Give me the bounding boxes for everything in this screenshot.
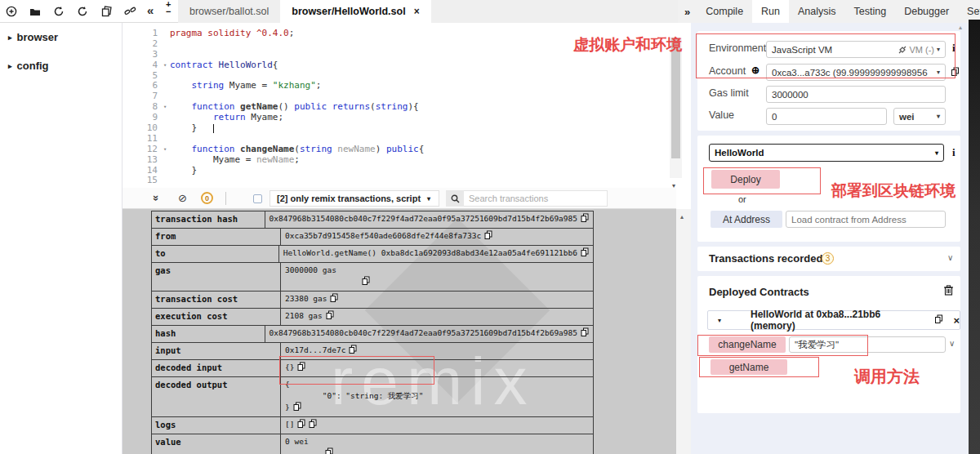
terminal-toolbar: » ⊘ 0 [2] only remix transactions, scrip… bbox=[122, 188, 676, 209]
copy-icon[interactable] bbox=[325, 447, 333, 454]
remove-instance-icon[interactable]: × bbox=[953, 314, 960, 327]
editor-scrollbar[interactable]: ▾ bbox=[670, 38, 682, 178]
environment-info-icon[interactable]: i bbox=[952, 42, 956, 55]
row-value: 23380 gas bbox=[281, 292, 593, 308]
deploy-button[interactable]: Deploy bbox=[711, 170, 780, 189]
editor-line[interactable]: 15 bbox=[122, 176, 691, 186]
line-number: 10 bbox=[122, 123, 160, 134]
copy-icon[interactable] bbox=[326, 310, 334, 323]
changename-button[interactable]: changeName bbox=[709, 336, 786, 353]
open-folder-icon[interactable] bbox=[29, 5, 42, 18]
copy-icon[interactable] bbox=[293, 402, 301, 415]
fold-marker-icon bbox=[160, 91, 170, 102]
account-select[interactable]: 0xca3...a733c (99.999999999998956 ▾ bbox=[766, 64, 946, 81]
annotation-env-note: 虚拟账户和环境 bbox=[573, 34, 682, 56]
menu-expand-icon[interactable]: » bbox=[678, 6, 697, 18]
row-value: {} bbox=[281, 360, 593, 376]
row-label: transaction cost bbox=[152, 292, 281, 308]
at-address-button[interactable]: At Address bbox=[710, 211, 782, 228]
new-file-icon[interactable] bbox=[5, 5, 18, 18]
menu-item-testing[interactable]: Testing bbox=[845, 0, 896, 23]
changename-arg-input[interactable]: "我爱学习" bbox=[789, 336, 946, 353]
row-label: logs bbox=[152, 417, 281, 434]
tab-label: browser/ballot.sol bbox=[189, 6, 269, 17]
value-line: 0xca35b7d915458ef540ade6068dfe2f44e8fa73… bbox=[285, 230, 589, 243]
panel-scroll-up-icon[interactable]: ▴ bbox=[959, 24, 962, 31]
gas-limit-input[interactable]: 3000000 bbox=[766, 86, 946, 103]
editor-line[interactable]: 14 } bbox=[122, 166, 691, 176]
tab-browser/ballot.sol[interactable]: browser/ballot.sol bbox=[178, 0, 280, 23]
sync-icon[interactable] bbox=[76, 5, 89, 18]
deployed-instance-row[interactable]: ▾ HelloWorld at 0xba8...21bb6 (memory) × bbox=[707, 310, 960, 330]
row-value: 0x847968b3154080cb040c7f229f4ad72eaa0f95… bbox=[265, 211, 594, 228]
table-row: transaction hash0x847968b3154080cb040c7f… bbox=[152, 211, 593, 229]
chevron-down-icon[interactable]: ∨ bbox=[947, 253, 953, 262]
terminal-scrollbar[interactable]: ▴ bbox=[676, 209, 691, 454]
editor-line[interactable]: 6 string Myame = "kzhang"; bbox=[122, 81, 691, 91]
sidebar-item-config[interactable]: ▸config bbox=[0, 51, 122, 80]
trash-icon[interactable] bbox=[944, 284, 953, 299]
editor-zoom-icon[interactable]: +− bbox=[166, 1, 171, 16]
copy-instance-icon[interactable] bbox=[934, 313, 943, 327]
collapse-sidebar-icon[interactable]: « bbox=[147, 3, 154, 17]
fold-marker-icon bbox=[160, 113, 170, 123]
copy-icon[interactable] bbox=[297, 419, 305, 432]
editor-line[interactable]: 10 } bbox=[122, 123, 691, 134]
row-value: HelloWorld.getName() 0xba8dc1a692093d8ab… bbox=[279, 246, 593, 262]
search-icon bbox=[446, 190, 464, 207]
row-label: to bbox=[152, 246, 279, 262]
menu-item-run[interactable]: Run bbox=[752, 0, 789, 23]
menu-item-debugger[interactable]: Debugger bbox=[895, 0, 958, 23]
editor-scrollbar-thumb[interactable] bbox=[671, 38, 680, 158]
publish-gist-icon[interactable] bbox=[52, 5, 65, 18]
editor-line[interactable]: 4▾contract HelloWorld{ bbox=[122, 60, 691, 71]
copy-icon[interactable] bbox=[484, 230, 492, 243]
at-address-input[interactable] bbox=[786, 211, 946, 228]
changename-expand-icon[interactable]: ∨ bbox=[949, 339, 955, 348]
table-row: value0 wei bbox=[152, 434, 593, 454]
menu-item-analysis[interactable]: Analysis bbox=[789, 0, 845, 23]
contract-info-icon[interactable]: i bbox=[952, 146, 956, 159]
listen-network-checkbox[interactable] bbox=[253, 194, 262, 203]
editor-line[interactable]: 13 Myame = newName; bbox=[122, 155, 691, 166]
row-value: 2108 gas bbox=[281, 309, 593, 325]
value-input[interactable]: 0 bbox=[766, 108, 887, 125]
copy-icon[interactable] bbox=[362, 276, 370, 289]
scroll-up-icon[interactable]: ▴ bbox=[680, 213, 684, 220]
environment-select[interactable]: JavaScript VM VM (-) ▾ bbox=[766, 41, 946, 58]
getname-button[interactable]: getName bbox=[710, 359, 787, 375]
copy-icon[interactable] bbox=[309, 419, 317, 432]
plugin-menu: » CompileRunAnalysisTestingDebuggerSetti… bbox=[678, 0, 980, 23]
copy-account-icon[interactable] bbox=[951, 65, 960, 80]
contract-select[interactable]: HelloWorld▾ bbox=[709, 144, 944, 162]
copy-icon[interactable] bbox=[330, 293, 338, 306]
expand-instance-icon[interactable]: ▾ bbox=[708, 317, 729, 324]
row-label: from bbox=[152, 229, 281, 245]
copy-icon[interactable] bbox=[297, 362, 305, 375]
copy-icon[interactable] bbox=[581, 247, 589, 260]
clear-terminal-icon[interactable]: ⊘ bbox=[178, 192, 187, 204]
sidebar-item-browser[interactable]: ▸browser bbox=[0, 23, 122, 51]
value-unit-select[interactable]: wei▾ bbox=[893, 108, 946, 125]
terminal-collapse-icon[interactable]: » bbox=[150, 195, 163, 201]
copy-icon[interactable] bbox=[581, 327, 589, 340]
copy-icon[interactable] bbox=[349, 345, 357, 358]
transactions-recorded-label: Transactions recorded: bbox=[709, 252, 826, 265]
terminal-filter-select[interactable]: [2] only remix transactions, script▾ bbox=[270, 190, 439, 207]
gas-limit-label: Gas limit bbox=[709, 87, 749, 99]
line-number: 2 bbox=[122, 39, 160, 50]
fold-marker-icon[interactable]: ▾ bbox=[160, 145, 170, 155]
link-icon[interactable] bbox=[123, 5, 136, 18]
search-transactions-input[interactable] bbox=[464, 190, 608, 207]
fold-marker-icon[interactable]: ▾ bbox=[160, 102, 170, 113]
menu-item-compile[interactable]: Compile bbox=[697, 0, 752, 23]
close-tab-icon[interactable]: × bbox=[414, 6, 420, 17]
row-label: hash bbox=[152, 326, 265, 342]
environment-label: Environment bbox=[709, 42, 766, 54]
tab-browser/HelloWorld.sol[interactable]: browser/HelloWorld.sol× bbox=[280, 0, 430, 23]
fold-marker-icon[interactable]: ▾ bbox=[160, 60, 170, 71]
file-toolbar bbox=[5, 0, 136, 23]
new-account-icon[interactable]: ⊕ bbox=[751, 65, 760, 76]
copy-icon[interactable] bbox=[581, 213, 589, 226]
copy-files-icon[interactable] bbox=[100, 5, 113, 18]
